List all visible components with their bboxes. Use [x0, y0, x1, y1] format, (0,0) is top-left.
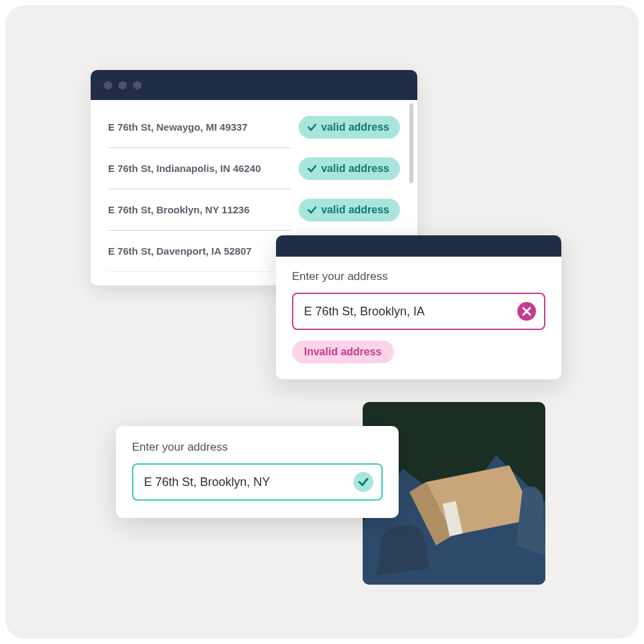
check-circle-icon [353, 472, 373, 492]
window-control-icon [117, 80, 128, 91]
address-input-value: E 76th St, Brooklyn, NY [144, 475, 270, 489]
check-icon [307, 163, 317, 174]
invalid-badge: Invalid address [292, 341, 394, 363]
window-control-icon [132, 80, 143, 91]
canvas: E 76th St, Newaygo, MI 49337 valid addre… [5, 5, 639, 639]
window-titlebar [91, 70, 417, 100]
window-control-icon [103, 80, 113, 91]
check-icon [307, 122, 317, 133]
svg-marker-3 [119, 81, 127, 89]
valid-badge: valid address [299, 157, 400, 180]
address-text: E 76th St, Brooklyn, NY 11236 [108, 204, 249, 215]
address-input[interactable]: E 76th St, Brooklyn, NY [132, 463, 383, 501]
check-icon [307, 205, 317, 215]
svg-marker-4 [133, 81, 141, 89]
address-text: E 76th St, Newaygo, MI 49337 [108, 121, 247, 133]
address-row: E 76th St, Indianapolis, IN 46240 valid … [108, 148, 400, 189]
card-header [276, 235, 561, 257]
invalid-address-card: Enter your address E 76th St, Brooklyn, … [276, 235, 561, 379]
svg-point-6 [353, 472, 373, 492]
address-row: E 76th St, Brooklyn, NY 11236 valid addr… [108, 189, 400, 231]
address-input-value: E 76th St, Brooklyn, IA [304, 305, 425, 319]
valid-badge: valid address [299, 116, 400, 139]
address-field-label: Enter your address [292, 270, 545, 283]
valid-badge: valid address [299, 199, 400, 221]
address-input[interactable]: E 76th St, Brooklyn, IA [292, 293, 545, 330]
valid-address-card: Enter your address E 76th St, Brooklyn, … [116, 426, 399, 518]
address-row: E 76th St, Newaygo, MI 49337 valid addre… [108, 107, 400, 148]
address-text: E 76th St, Indianapolis, IN 46240 [108, 163, 261, 174]
address-field-label: Enter your address [132, 441, 383, 454]
svg-marker-2 [104, 81, 112, 89]
address-text: E 76th St, Davenport, IA 52807 [108, 245, 251, 257]
clear-icon[interactable] [517, 302, 536, 321]
